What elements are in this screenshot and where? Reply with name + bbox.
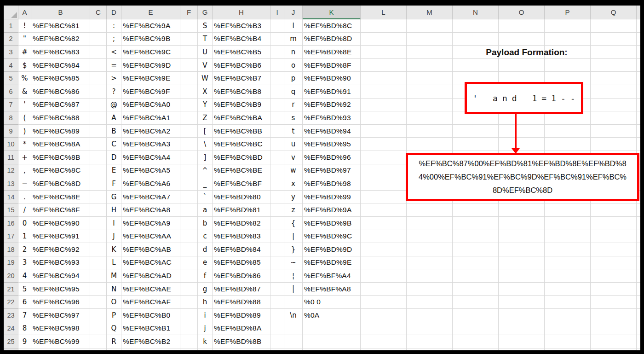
row-header-7[interactable]: 7 [4,99,18,112]
cell-L11[interactable] [361,151,407,164]
column-header-K[interactable]: K [303,6,361,19]
cell-D10[interactable]: C [107,138,121,151]
cell-O20[interactable] [499,269,545,283]
cell-B1[interactable]: %EF%BC%81 [31,19,90,33]
cell-B4[interactable]: %EF%BC%84 [31,59,90,72]
cell-I7[interactable] [270,99,284,112]
cell-L15[interactable] [361,203,407,217]
cell-D24[interactable]: Q [107,322,121,336]
cell-D8[interactable]: A [107,111,121,125]
cell-Q24[interactable] [591,322,637,336]
cell-D11[interactable]: D [107,151,121,164]
cell-E11[interactable]: %EF%BC%A4 [121,151,180,164]
cell-L18[interactable] [361,243,407,256]
cell-M22[interactable] [407,296,453,309]
cell-B18[interactable]: %EF%BC%92 [31,243,90,256]
cell-H2[interactable]: %EF%BC%B4 [213,33,270,46]
cell-F6[interactable] [180,85,198,99]
cell-F5[interactable] [180,72,198,85]
cell-O16[interactable] [499,217,545,230]
cell-Q23[interactable] [591,309,637,322]
cell-M15[interactable] [407,203,453,217]
row-header-12[interactable]: 12 [4,164,18,178]
cell-A13[interactable]: − [18,177,31,191]
cell-M4[interactable] [407,59,453,72]
cell-H15[interactable]: %EF%BD%81 [213,203,270,217]
cell-Q9[interactable] [591,125,637,138]
row-header-18[interactable]: 18 [4,243,18,256]
cell-N21[interactable] [453,283,499,296]
cell-Q25[interactable] [591,335,637,348]
cell-K9[interactable]: %EF%BD%94 [303,125,361,138]
cell-C2[interactable] [90,33,107,46]
cell-Q4[interactable] [591,59,637,72]
cell-I9[interactable] [270,125,284,138]
cell-O24[interactable] [499,322,545,336]
cell-C6[interactable] [90,85,107,99]
row-header-2[interactable]: 2 [4,33,18,46]
cell-J23[interactable]: \n [284,309,303,322]
cell-N23[interactable] [453,309,499,322]
cell-E12[interactable]: %EF%BC%A5 [121,164,180,178]
cell-Q8[interactable] [591,111,637,125]
cell-N19[interactable] [453,256,499,270]
cell-E1[interactable]: %EF%BC%9A [121,19,180,33]
cell-A12[interactable]: , [18,164,31,178]
column-header-J[interactable]: J [284,6,303,19]
cell-I8[interactable] [270,111,284,125]
cell-I11[interactable] [270,151,284,164]
cell-M3[interactable] [407,46,453,59]
cell-G15[interactable]: a [198,203,213,217]
cell-F14[interactable] [180,191,198,204]
cell-I13[interactable] [270,177,284,191]
cell-A1[interactable]: ! [18,19,31,33]
cell-J6[interactable]: q [284,85,303,99]
cell-I21[interactable] [270,283,284,296]
cell-G19[interactable]: e [198,256,213,270]
cell-F10[interactable] [180,138,198,151]
cell-A4[interactable]: $ [18,59,31,72]
cell-F22[interactable] [180,296,198,309]
cell-C7[interactable] [90,99,107,112]
cell-I17[interactable] [270,230,284,244]
row-header-10[interactable]: 10 [4,138,18,151]
cell-B12[interactable]: %EF%BC%8C [31,164,90,178]
cell-L1[interactable] [361,19,407,33]
cell-E10[interactable]: %EF%BC%A3 [121,138,180,151]
cell-D25[interactable]: R [107,335,121,348]
cell-N16[interactable] [453,217,499,230]
cell-N18[interactable] [453,243,499,256]
cell-K12[interactable]: %EF%BD%97 [303,164,361,178]
cell-P1[interactable] [545,19,591,33]
cell-B10[interactable]: %EF%BC%8A [31,138,90,151]
cell-K17[interactable]: %EF%BD%9C [303,230,361,244]
cell-G1[interactable]: S [198,19,213,33]
cell-J13[interactable]: x [284,177,303,191]
cell-I3[interactable] [270,46,284,59]
cell-I12[interactable] [270,164,284,178]
cell-A23[interactable]: 7 [18,309,31,322]
cell-I24[interactable] [270,322,284,336]
column-header-A[interactable]: A [18,6,31,19]
cell-G17[interactable]: c [198,230,213,244]
row-header-9[interactable]: 9 [4,125,18,138]
cell-K3[interactable]: %EF%BD%8E [303,46,361,59]
cell-M2[interactable] [407,33,453,46]
cell-M16[interactable] [407,217,453,230]
cell-B3[interactable]: %EF%BC%83 [31,46,90,59]
cell-P20[interactable] [545,269,591,283]
cell-E18[interactable]: %EF%BC%AB [121,243,180,256]
cell-C12[interactable] [90,164,107,178]
cell-K21[interactable]: %EF%BF%A8 [303,283,361,296]
cell-A20[interactable]: 4 [18,269,31,283]
row-header-24[interactable]: 24 [4,322,18,336]
cell-J12[interactable]: w [284,164,303,178]
cell-L17[interactable] [361,230,407,244]
cell-N4[interactable] [453,59,499,72]
cell-K16[interactable]: %EF%BD%9B [303,217,361,230]
cell-J21[interactable]: │ [284,283,303,296]
cell-A7[interactable]: ' [18,99,31,112]
cell-G11[interactable]: ] [198,151,213,164]
cell-J17[interactable]: | [284,230,303,244]
payload-encoded-box[interactable]: %EF%BC%87%00%EF%BD%81%EF%BD%8E%EF%BD%8 4… [406,153,639,201]
